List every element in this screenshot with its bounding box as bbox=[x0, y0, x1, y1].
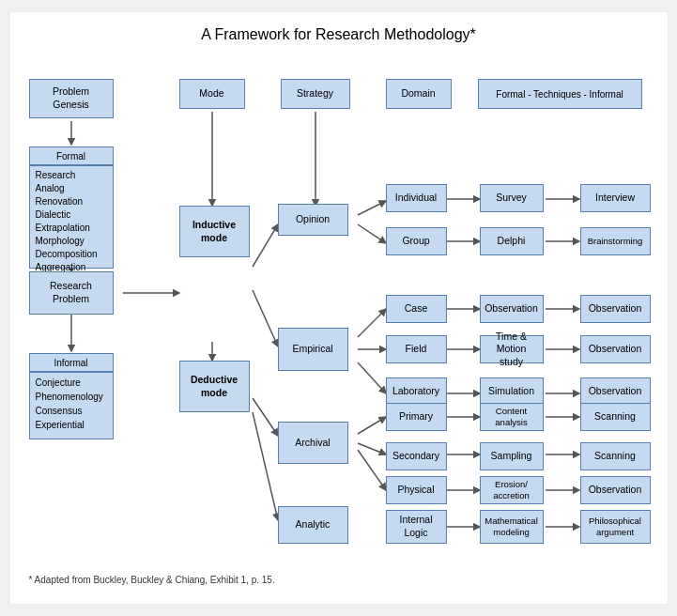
philosophical-box: Philosophical argument bbox=[580, 510, 651, 544]
laboratory-box: Laboratory bbox=[386, 377, 447, 406]
deductive-mode-box: Deductive mode bbox=[179, 361, 250, 412]
scanning2-box: Scanning bbox=[580, 442, 651, 470]
brainstorming-box: Brainstorming bbox=[580, 227, 651, 255]
field-box: Field bbox=[386, 335, 447, 363]
techniques-header-box: Formal - Techniques - Informal bbox=[478, 79, 642, 109]
opinion-box: Opinion bbox=[278, 204, 348, 236]
observation-b-box: Observation bbox=[580, 335, 651, 363]
content-analysis-box: Content analysis bbox=[480, 403, 544, 431]
analytic-box: Analytic bbox=[278, 506, 348, 544]
svg-line-12 bbox=[358, 201, 386, 215]
group-box: Group bbox=[386, 227, 447, 255]
svg-line-18 bbox=[358, 443, 386, 454]
svg-line-7 bbox=[253, 224, 278, 267]
footer-note: * Adapted from Buckley, Buckley & Chiang… bbox=[20, 575, 658, 585]
formal-list-box: Research Analog Renovation Dialectic Ext… bbox=[29, 165, 114, 269]
secondary-box: Secondary bbox=[386, 442, 447, 470]
page: A Framework for Research Methodology* bbox=[10, 12, 668, 604]
svg-line-19 bbox=[358, 450, 386, 490]
sampling-box: Sampling bbox=[480, 442, 544, 470]
observation-case-box: Observation bbox=[480, 295, 544, 323]
informal-label-box: Informal bbox=[29, 353, 114, 372]
simulation-box: Simulation bbox=[480, 377, 544, 406]
observation-physical-box: Observation bbox=[580, 476, 651, 504]
physical-box: Physical bbox=[386, 476, 447, 504]
problem-genesis-box: Problem Genesis bbox=[29, 79, 114, 118]
internal-logic-box: Internal Logic bbox=[386, 510, 447, 544]
time-motion-box: Time & Motion study bbox=[480, 335, 544, 363]
svg-line-9 bbox=[253, 398, 278, 436]
svg-line-16 bbox=[358, 362, 386, 393]
observation-a-box: Observation bbox=[580, 295, 651, 323]
archival-box: Archival bbox=[278, 422, 348, 464]
diagram: Problem Genesis Mode Strategy Domain For… bbox=[20, 60, 658, 567]
empirical-box: Empirical bbox=[278, 328, 348, 371]
svg-line-14 bbox=[358, 309, 386, 337]
survey-box: Survey bbox=[480, 184, 544, 212]
scanning1-box: Scanning bbox=[580, 403, 651, 431]
inductive-mode-box: Inductive mode bbox=[179, 206, 250, 257]
individual-box: Individual bbox=[386, 184, 447, 212]
svg-line-8 bbox=[253, 290, 278, 346]
page-title: A Framework for Research Methodology* bbox=[20, 26, 658, 43]
observation-c-box: Observation bbox=[580, 377, 651, 406]
case-box: Case bbox=[386, 295, 447, 323]
mode-box: Mode bbox=[179, 79, 245, 109]
strategy-box: Strategy bbox=[281, 79, 350, 109]
formal-label-box: Formal bbox=[29, 146, 114, 165]
svg-line-10 bbox=[253, 412, 278, 520]
svg-line-17 bbox=[358, 417, 386, 434]
svg-line-13 bbox=[358, 224, 386, 243]
domain-box: Domain bbox=[386, 79, 452, 109]
delphi-box: Delphi bbox=[480, 227, 544, 255]
primary-box: Primary bbox=[386, 403, 447, 431]
mathematical-box: Mathematical modeling bbox=[480, 510, 544, 544]
arrows-svg bbox=[20, 60, 658, 567]
research-problem-box: Research Problem bbox=[29, 271, 114, 315]
erosion-box: Erosion/ accretion bbox=[480, 476, 544, 504]
informal-list-box: Conjecture Phenomenology Consensus Exper… bbox=[29, 372, 114, 439]
interview-box: Interview bbox=[580, 184, 651, 212]
